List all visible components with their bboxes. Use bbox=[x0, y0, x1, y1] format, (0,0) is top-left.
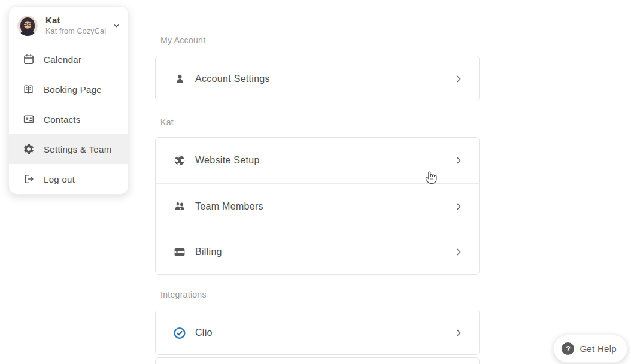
credit-card-icon bbox=[173, 245, 186, 259]
row-label: Team Members bbox=[195, 201, 263, 212]
get-help-label: Get Help bbox=[580, 344, 617, 354]
sidebar-item-label: Booking Page bbox=[44, 84, 102, 95]
row-account-settings[interactable]: Account Settings bbox=[156, 56, 479, 101]
person-icon bbox=[173, 72, 186, 86]
my-account-card: Account Settings bbox=[155, 56, 480, 101]
avatar bbox=[17, 16, 38, 36]
row-label: Account Settings bbox=[195, 74, 270, 84]
clio-icon bbox=[173, 326, 186, 339]
calendar-icon bbox=[22, 53, 35, 66]
row-label: Billing bbox=[195, 247, 222, 257]
globe-icon bbox=[173, 154, 186, 167]
row-clio[interactable]: Clio bbox=[156, 310, 479, 355]
sidebar-item-label: Calendar bbox=[44, 54, 81, 65]
next-card-partial bbox=[155, 357, 480, 364]
user-name: Kat bbox=[45, 15, 106, 25]
question-icon: ? bbox=[562, 342, 574, 355]
row-team-members[interactable]: Team Members bbox=[156, 183, 479, 229]
row-label: Website Setup bbox=[195, 155, 260, 166]
row-billing[interactable]: Billing bbox=[156, 229, 479, 274]
chevron-right-icon bbox=[454, 74, 466, 84]
user-subtitle: Kat from CozyCal bbox=[45, 27, 106, 35]
booking-page-icon bbox=[22, 83, 35, 96]
sidebar: Kat Kat from CozyCal Calendar bbox=[8, 6, 129, 195]
gear-icon bbox=[22, 143, 35, 156]
section-header-kat: Kat bbox=[160, 117, 174, 127]
row-website-setup[interactable]: Website Setup bbox=[156, 138, 479, 183]
section-header-my-account: My Account bbox=[160, 35, 205, 45]
section-header-integrations: Integrations bbox=[160, 290, 207, 299]
sidebar-item-settings-team[interactable]: Settings & Team bbox=[9, 134, 128, 164]
get-help-button[interactable]: ? Get Help bbox=[553, 335, 627, 363]
chevron-right-icon bbox=[454, 328, 466, 338]
row-label: Clio bbox=[195, 327, 213, 338]
chevron-right-icon bbox=[454, 202, 466, 211]
sidebar-item-booking-page[interactable]: Booking Page bbox=[9, 74, 128, 104]
sidebar-item-logout[interactable]: Log out bbox=[9, 164, 128, 194]
chevron-right-icon bbox=[454, 247, 466, 257]
contacts-icon bbox=[22, 113, 35, 126]
chevron-right-icon bbox=[454, 156, 466, 165]
sidebar-item-label: Contacts bbox=[44, 114, 81, 125]
kat-settings-card: Website Setup Team Members bbox=[155, 137, 480, 275]
sidebar-item-contacts[interactable]: Contacts bbox=[9, 104, 128, 134]
sidebar-item-calendar[interactable]: Calendar bbox=[9, 44, 128, 74]
logout-icon bbox=[22, 173, 35, 186]
team-icon bbox=[173, 200, 186, 213]
user-menu[interactable]: Kat Kat from CozyCal bbox=[9, 7, 128, 44]
chevron-down-icon bbox=[112, 21, 121, 30]
sidebar-item-label: Log out bbox=[44, 174, 75, 184]
sidebar-item-label: Settings & Team bbox=[44, 144, 111, 154]
integrations-card: Clio bbox=[155, 310, 480, 355]
